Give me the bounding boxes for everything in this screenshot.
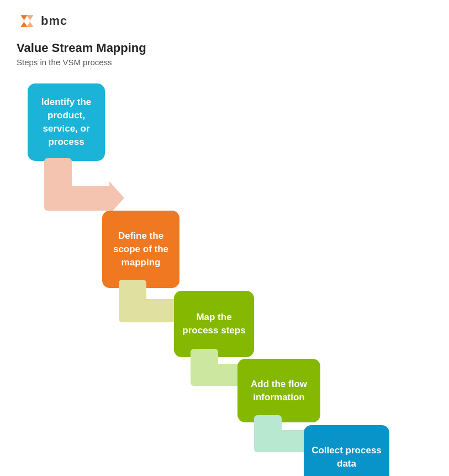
arrow1-connector — [28, 158, 124, 219]
step2-box: Define the scope of the mapping — [102, 211, 179, 288]
staircase-diagram: Identify the product, service, or proces… — [17, 83, 436, 476]
step5-box: Collect process data — [304, 425, 389, 476]
step1-box: Identify the product, service, or proces… — [28, 83, 105, 161]
logo-text: bmc — [41, 14, 67, 28]
page-title: Value Stream Mapping — [17, 41, 432, 55]
bmc-logo-icon — [17, 11, 36, 31]
step3-box: Map the process steps — [174, 291, 254, 357]
svg-rect-3 — [44, 186, 110, 211]
step4-box: Add the flow information — [237, 359, 320, 422]
logo-area: bmc — [17, 11, 432, 31]
svg-marker-4 — [109, 181, 124, 215]
page-subtitle: Steps in the VSM process — [17, 57, 432, 67]
svg-marker-1 — [27, 15, 34, 27]
svg-marker-0 — [20, 15, 28, 27]
